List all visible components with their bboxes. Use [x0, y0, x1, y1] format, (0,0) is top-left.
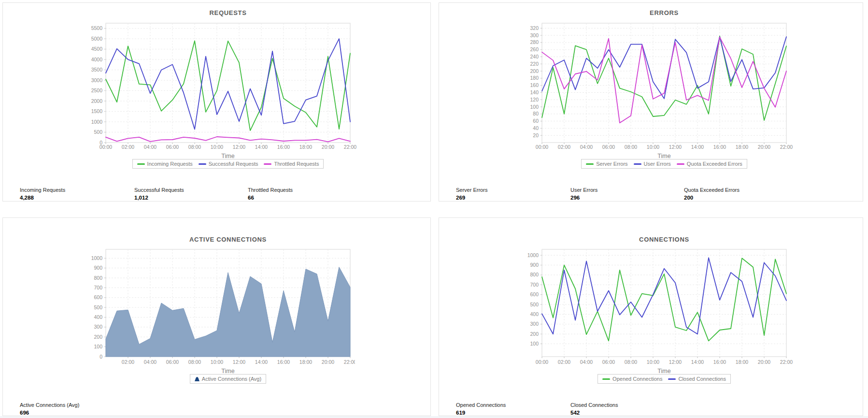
svg-text:200: 200 — [94, 334, 102, 340]
legend-label: Successful Requests — [209, 161, 258, 167]
requests-chart-canvas[interactable]: 0500100015002000250030003500400045005000… — [83, 20, 372, 163]
svg-text:1500: 1500 — [91, 108, 103, 114]
svg-text:14:00: 14:00 — [691, 359, 704, 365]
stat-label: Successful Requests — [134, 187, 184, 193]
svg-text:08:00: 08:00 — [188, 144, 201, 150]
errors-legend: Server ErrorsUser ErrorsQuota Exceeded E… — [581, 159, 747, 169]
stat-label: Server Errors — [456, 187, 487, 193]
svg-text:22:00: 22:00 — [344, 359, 355, 365]
svg-text:160: 160 — [530, 82, 539, 88]
legend-label: Incoming Requests — [147, 161, 193, 167]
svg-text:300: 300 — [530, 32, 539, 38]
svg-text:0: 0 — [100, 354, 102, 360]
svg-text:10:00: 10:00 — [211, 144, 223, 150]
connections-legend: Opened ConnectionsClosed Connections — [598, 374, 731, 384]
svg-text:12:00: 12:00 — [669, 359, 682, 365]
svg-text:18:00: 18:00 — [299, 359, 312, 365]
stat-value: 619 — [456, 410, 506, 417]
series-line-icon — [668, 378, 676, 380]
svg-text:5000: 5000 — [91, 36, 103, 42]
svg-text:280: 280 — [530, 39, 539, 45]
svg-text:4500: 4500 — [91, 46, 103, 52]
stat-user-errors: User Errors 296 — [570, 187, 598, 202]
svg-text:02:00: 02:00 — [558, 359, 570, 365]
legend-item-server-errors[interactable]: Server Errors — [586, 161, 627, 167]
stat-value: 200 — [684, 195, 740, 202]
svg-text:1000: 1000 — [91, 119, 103, 125]
active-connections-chart-canvas[interactable]: 0100200300400500600700800900100002:0004:… — [83, 235, 355, 378]
svg-text:22:00: 22:00 — [344, 144, 356, 150]
legend-item-quota-exceeded-errors[interactable]: Quota Exceeded Errors — [677, 161, 742, 167]
stat-value: 696 — [20, 410, 79, 417]
svg-text:1000: 1000 — [527, 252, 539, 258]
svg-text:08:00: 08:00 — [188, 359, 201, 365]
svg-text:Time: Time — [221, 368, 234, 375]
legend-item-opened-connections[interactable]: Opened Connections — [602, 376, 662, 382]
chart-title-errors: ERRORS — [542, 9, 786, 16]
errors-chart-canvas[interactable]: 2040608010012014016018020022024026028030… — [519, 20, 809, 163]
svg-text:Time: Time — [657, 368, 670, 375]
svg-text:800: 800 — [530, 272, 539, 277]
svg-text:20:00: 20:00 — [758, 359, 770, 365]
dashboard-page: { "accent_colors": { "green": "#3cbc3c",… — [0, 0, 868, 418]
svg-text:06:00: 06:00 — [166, 359, 179, 365]
legend-item-user-errors[interactable]: User Errors — [634, 161, 671, 167]
legend-label: Quota Exceeded Errors — [687, 161, 742, 167]
stat-closed-connections: Closed Connections 542 — [570, 402, 618, 417]
svg-text:02:00: 02:00 — [122, 144, 134, 150]
svg-text:400: 400 — [94, 314, 102, 320]
svg-text:22:00: 22:00 — [780, 144, 793, 150]
series-line-icon — [677, 163, 684, 165]
legend-item-closed-connections[interactable]: Closed Connections — [668, 376, 726, 382]
chart-svg: 2040608010012014016018020022024026028030… — [519, 20, 809, 161]
area-marker-icon — [195, 376, 199, 381]
svg-text:900: 900 — [94, 265, 102, 271]
svg-text:10:00: 10:00 — [647, 359, 659, 365]
svg-text:100: 100 — [94, 344, 102, 349]
svg-text:16:00: 16:00 — [277, 144, 290, 150]
svg-text:06:00: 06:00 — [602, 144, 615, 150]
legend-item-incoming-requests[interactable]: Incoming Requests — [137, 161, 193, 167]
stat-value: 66 — [248, 195, 293, 202]
legend-item-active-connections-avg-[interactable]: Active Connections (Avg) — [195, 376, 261, 382]
stat-successful-requests: Successful Requests 1,012 — [134, 187, 184, 202]
svg-text:10:00: 10:00 — [211, 359, 223, 365]
stat-label: Closed Connections — [570, 402, 618, 408]
svg-text:500: 500 — [94, 129, 102, 135]
svg-text:140: 140 — [530, 89, 539, 95]
series-line-icon — [602, 378, 610, 380]
legend-label: Opened Connections — [612, 376, 662, 382]
svg-text:16:00: 16:00 — [277, 359, 290, 365]
svg-text:20:00: 20:00 — [322, 359, 334, 365]
svg-text:260: 260 — [530, 46, 539, 52]
series-line-icon — [137, 163, 145, 165]
svg-text:04:00: 04:00 — [144, 144, 157, 150]
svg-text:00:00: 00:00 — [536, 144, 548, 150]
connections-chart-canvas[interactable]: 100200300400500600700800900100000:0002:0… — [519, 235, 809, 378]
svg-text:300: 300 — [94, 324, 102, 330]
svg-text:500: 500 — [94, 304, 102, 310]
series-line-icon — [634, 163, 641, 165]
legend-item-successful-requests[interactable]: Successful Requests — [199, 161, 258, 167]
chart-svg: 100200300400500600700800900100000:0002:0… — [519, 235, 809, 376]
svg-text:4000: 4000 — [91, 57, 103, 62]
panel-connections: CONNECTIONS 1002003004005006007008009001… — [439, 217, 863, 416]
page-background-strip — [0, 416, 868, 418]
svg-text:40: 40 — [533, 125, 539, 131]
svg-text:08:00: 08:00 — [625, 359, 637, 365]
chart-svg: 0100200300400500600700800900100002:0004:… — [83, 235, 355, 376]
svg-text:18:00: 18:00 — [299, 144, 312, 150]
svg-text:500: 500 — [530, 302, 539, 307]
requests-legend: Incoming RequestsSuccessful RequestsThro… — [132, 159, 324, 169]
svg-text:180: 180 — [530, 75, 539, 81]
panel-requests: REQUESTS 0500100015002000250030003500400… — [2, 2, 431, 202]
svg-text:04:00: 04:00 — [580, 144, 593, 150]
legend-item-throttled-requests[interactable]: Throttled Requests — [264, 161, 319, 167]
panel-errors: ERRORS 204060801001201401601802002202402… — [439, 2, 863, 202]
legend-label: Throttled Requests — [274, 161, 319, 167]
stat-label: Active Connections (Avg) — [20, 402, 79, 408]
svg-text:12:00: 12:00 — [233, 144, 245, 150]
stat-throttled-requests: Throttled Requests 66 — [248, 187, 293, 202]
svg-text:00:00: 00:00 — [100, 144, 112, 150]
chart-svg: 0500100015002000250030003500400045005000… — [83, 20, 372, 161]
